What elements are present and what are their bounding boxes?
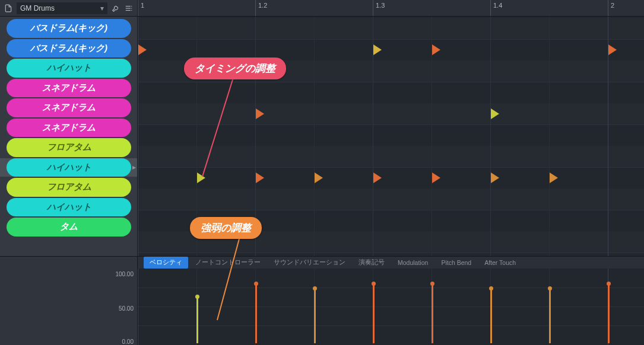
ruler-tick: 2 [608,0,608,16]
track-pill: フロアタム [7,178,131,197]
track-pill: スネアドラム [7,98,131,117]
annotation-bubble: タイミングの調整 [184,58,286,79]
bottom-pane: 100.0050.000.00 ベロシティノートコントローラーサウンドバリエーシ… [0,256,644,345]
velocity-scale-label: 100.00 [115,271,134,277]
ruler-label: 1.2 [258,2,267,9]
ruler-label: 1.3 [376,2,385,9]
topbar: GM Drums ▾ 11.21.31.42 [0,0,644,17]
track-pill: バスドラム(キック) [7,19,131,38]
topbar-left: GM Drums ▾ [0,0,137,16]
track-row[interactable]: バスドラム(キック) [7,19,131,38]
controller-tabs: ベロシティノートコントローラーサウンドバリエーション演奏記号Modulation… [138,257,644,269]
ruler-tick: 1.4 [490,0,491,16]
ruler-tick: 1.2 [255,0,256,16]
svg-rect-5 [131,9,132,10]
preset-name: GM Drums [20,4,55,12]
track-row[interactable]: スネアドラム [7,98,131,117]
velocity-bar[interactable] [196,296,198,343]
track-pill: ハイハット [7,158,131,177]
drum-note[interactable] [608,44,617,55]
track-pill: スネアドラム [7,119,131,138]
ruler-tick: 1.3 [373,0,373,16]
controller-tab[interactable]: Modulation [392,257,434,268]
svg-rect-3 [131,5,132,6]
document-icon[interactable] [4,4,13,13]
wrench-icon[interactable] [111,4,120,13]
controller-tab[interactable]: ノートコントローラー [189,257,267,269]
drum-note[interactable] [138,44,147,55]
svg-rect-2 [126,9,131,10]
controller-tab[interactable]: 演奏記号 [353,257,391,269]
controller-tab[interactable]: ベロシティ [144,257,188,269]
track-pill: フロアタム [7,138,131,157]
ruler-label: 1.4 [493,2,502,9]
svg-rect-1 [126,8,131,8]
track-list: バスドラム(キック)バスドラム(キック)ハイハットスネアドラムスネアドラムスネア… [0,17,137,256]
track-row[interactable]: ハイハット▸ [0,158,137,177]
velocity-area[interactable] [138,269,644,345]
velocity-bar[interactable] [255,283,257,343]
drum-note[interactable] [550,172,558,183]
track-row[interactable]: ハイハット [7,59,131,78]
velocity-bar[interactable] [608,283,610,343]
drum-note[interactable] [373,44,382,55]
timeline-ruler[interactable]: 11.21.31.42 [137,0,644,16]
drum-note[interactable] [315,172,323,183]
drum-note[interactable] [432,172,440,183]
track-row[interactable]: フロアタム [7,138,131,157]
svg-rect-0 [126,5,131,6]
track-pill: スネアドラム [7,79,131,98]
track-row[interactable]: ハイハット [7,198,131,217]
track-row[interactable]: フロアタム [7,178,131,197]
drum-note[interactable] [373,172,382,183]
velocity-pane: ベロシティノートコントローラーサウンドバリエーション演奏記号Modulation… [137,257,644,345]
velocity-bar[interactable] [432,283,433,343]
track-row[interactable]: スネアドラム [7,79,131,98]
velocity-gutter: 100.0050.000.00 [0,257,137,345]
preset-select[interactable]: GM Drums ▾ [17,2,107,14]
svg-rect-4 [131,8,132,8]
controller-tab[interactable]: サウンドバリエーション [268,257,351,269]
drum-note[interactable] [256,172,264,183]
ruler-tick: 1 [138,0,138,16]
tracklist-icon[interactable] [124,4,134,13]
track-pill: ハイハット [7,198,131,217]
track-pill: タム [7,218,131,237]
chevron-down-icon: ▾ [100,4,104,12]
annotation-bubble: 強弱の調整 [190,217,262,239]
velocity-bar[interactable] [314,288,316,343]
ruler-label: 1 [141,2,144,9]
track-row[interactable]: タム [7,218,131,237]
play-cursor-icon: ▸ [132,163,136,171]
drum-note[interactable] [491,108,499,119]
main-area: バスドラム(キック)バスドラム(キック)ハイハットスネアドラムスネアドラムスネア… [0,17,644,256]
controller-tab[interactable]: After Touch [478,257,522,268]
track-pill: バスドラム(キック) [7,39,131,58]
velocity-bar[interactable] [373,283,375,343]
drum-note[interactable] [491,172,499,183]
track-row[interactable]: バスドラム(キック) [7,39,131,58]
velocity-scale-label: 0.00 [122,338,134,345]
drum-note[interactable] [432,44,440,55]
velocity-bar[interactable] [549,288,551,343]
track-row[interactable]: スネアドラム [7,119,131,138]
ruler-label: 2 [611,2,614,9]
drum-note[interactable] [197,172,205,183]
velocity-scale-label: 50.00 [119,305,134,312]
track-pill: ハイハット [7,59,131,78]
velocity-bar[interactable] [490,288,492,343]
controller-tab[interactable]: Pitch Bend [435,257,477,268]
drum-note[interactable] [256,108,264,119]
